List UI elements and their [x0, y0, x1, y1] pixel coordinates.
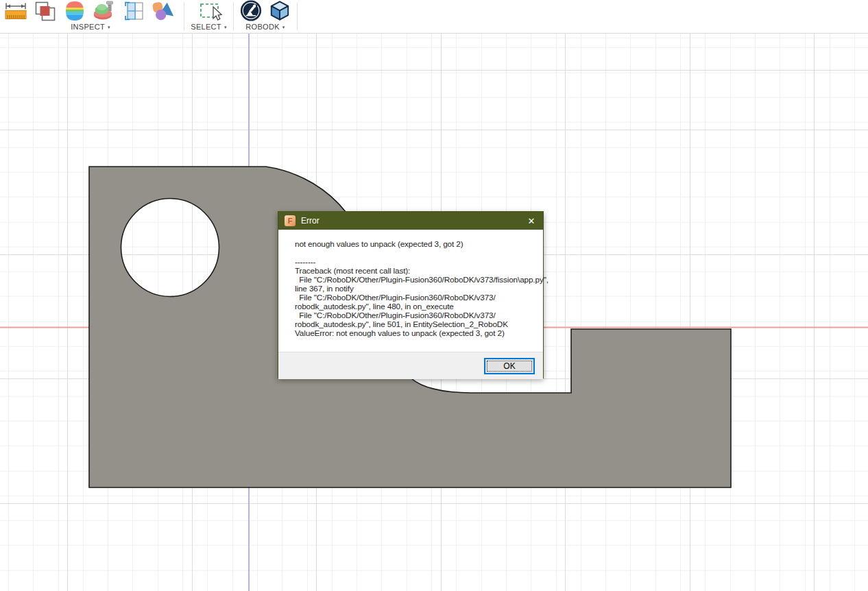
- robodk-dropdown[interactable]: ROBODK ▾: [234, 21, 297, 32]
- section-properties-button[interactable]: [121, 0, 147, 21]
- inspect-dropdown[interactable]: INSPECT ▾: [1, 21, 180, 32]
- select-icon: [195, 1, 224, 21]
- measure-icon: [3, 1, 28, 21]
- robodk-logo-button[interactable]: [239, 0, 263, 21]
- dialog-title: Error: [301, 216, 320, 226]
- interference-button[interactable]: [32, 0, 58, 21]
- message-line: not enough values to unpack (expected 3,…: [295, 240, 531, 249]
- chevron-down-icon: ▾: [282, 24, 285, 29]
- select-dropdown[interactable]: SELECT ▾: [184, 21, 233, 32]
- message-line: [295, 249, 531, 258]
- curvature-analysis-button[interactable]: [62, 0, 88, 21]
- error-dialog: F Error ✕ not enough values to unpack (e…: [278, 211, 544, 378]
- dialog-titlebar[interactable]: F Error ✕: [278, 212, 543, 230]
- inspect-label: INSPECT: [71, 23, 105, 31]
- component-color-icon: [151, 1, 176, 21]
- ok-button[interactable]: OK: [484, 358, 535, 374]
- curvature-analysis-icon: [62, 1, 87, 21]
- select-label: SELECT: [191, 23, 221, 31]
- message-line: ValueError: not enough values to unpack …: [295, 329, 531, 338]
- select-button[interactable]: [194, 0, 224, 21]
- dialog-footer: OK: [278, 352, 543, 379]
- robodk-logo-icon: [240, 0, 262, 21]
- chevron-down-icon: ▾: [224, 24, 227, 29]
- robodk-cube-icon: [269, 0, 291, 21]
- toolbar-group-inspect: INSPECT ▾: [1, 0, 180, 33]
- toolbar-group-robodk: ROBODK ▾: [234, 0, 297, 33]
- top-toolbar: INSPECT ▾ SELECT ▾: [0, 0, 868, 34]
- draft-analysis-icon: [92, 1, 117, 21]
- close-icon[interactable]: ✕: [520, 212, 543, 230]
- chevron-down-icon: ▾: [108, 24, 110, 29]
- dialog-message: not enough values to unpack (expected 3,…: [278, 230, 543, 352]
- toolbar-group-select: SELECT ▾: [184, 0, 233, 33]
- draft-analysis-button[interactable]: [91, 0, 117, 21]
- toolbar-separator: [297, 2, 298, 31]
- robodk-label: ROBODK: [245, 23, 279, 31]
- section-properties-icon: [122, 1, 145, 21]
- measure-button[interactable]: [3, 0, 29, 21]
- component-color-button[interactable]: [150, 0, 176, 21]
- robodk-cube-button[interactable]: [268, 0, 291, 21]
- interference-icon: [33, 1, 58, 21]
- fusion-app-icon: F: [285, 215, 296, 226]
